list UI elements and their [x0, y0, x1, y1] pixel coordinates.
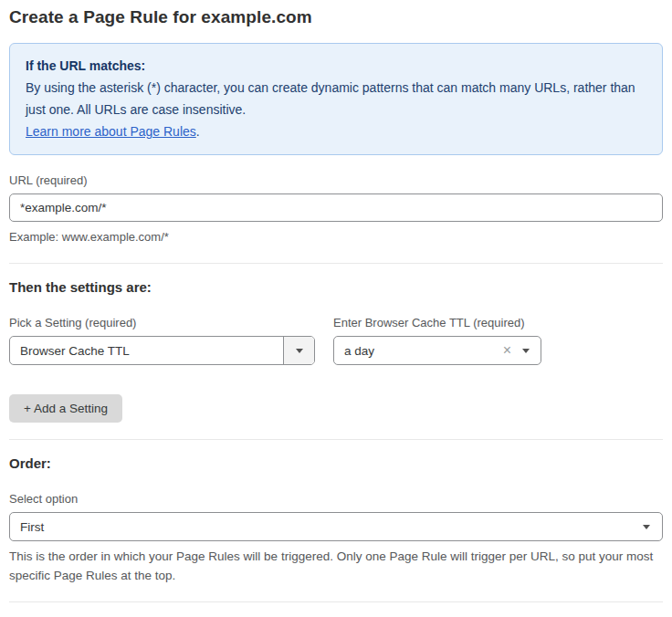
section-divider	[9, 601, 663, 602]
link-period-text: .	[196, 124, 200, 139]
page-title: Create a Page Rule for example.com	[9, 7, 663, 27]
order-helper-text: This is the order in which your Page Rul…	[9, 547, 657, 585]
url-match-info-box: If the URL matches: By using the asteris…	[9, 43, 663, 155]
section-divider	[9, 439, 663, 440]
ttl-select-value: a day	[334, 344, 503, 358]
add-setting-row: + Add a Setting	[9, 394, 663, 423]
clear-icon[interactable]: ×	[503, 343, 511, 358]
url-field-label: URL (required)	[9, 173, 663, 187]
ttl-select[interactable]: a day ×	[333, 336, 541, 365]
order-select-label: Select option	[9, 492, 663, 506]
ttl-picker-label: Enter Browser Cache TTL (required)	[333, 316, 541, 329]
chevron-down-icon	[296, 349, 303, 353]
chevron-down-icon	[643, 525, 650, 529]
order-select-value: First	[10, 520, 643, 534]
chevron-down-icon[interactable]	[522, 349, 530, 353]
order-select[interactable]: First	[9, 512, 663, 541]
setting-picker-group: Pick a Setting (required) Browser Cache …	[9, 316, 315, 365]
setting-picker-label: Pick a Setting (required)	[9, 316, 315, 329]
learn-more-link[interactable]: Learn more about Page Rules	[26, 124, 196, 139]
setting-select-value: Browser Cache TTL	[10, 344, 283, 358]
ttl-picker-group: Enter Browser Cache TTL (required) a day…	[333, 316, 541, 365]
setting-select[interactable]: Browser Cache TTL	[9, 336, 315, 365]
info-link-row: Learn more about Page Rules.	[26, 120, 646, 142]
order-section-heading: Order:	[9, 455, 663, 471]
url-field-group: URL (required) Example: www.example.com/…	[9, 173, 663, 246]
settings-section-heading: Then the settings are:	[9, 279, 663, 295]
section-divider	[9, 263, 663, 264]
add-setting-button[interactable]: + Add a Setting	[9, 394, 122, 423]
setting-select-arrow-button[interactable]	[283, 337, 314, 364]
url-input[interactable]	[9, 193, 663, 222]
create-page-rule-form: Create a Page Rule for example.com If th…	[9, 7, 663, 617]
info-box-heading: If the URL matches:	[26, 55, 646, 77]
ttl-select-icons: ×	[503, 343, 541, 358]
url-example-text: Example: www.example.com/*	[9, 228, 663, 246]
settings-field-row: Pick a Setting (required) Browser Cache …	[9, 316, 663, 365]
info-box-body: By using the asterisk (*) character, you…	[26, 77, 637, 120]
